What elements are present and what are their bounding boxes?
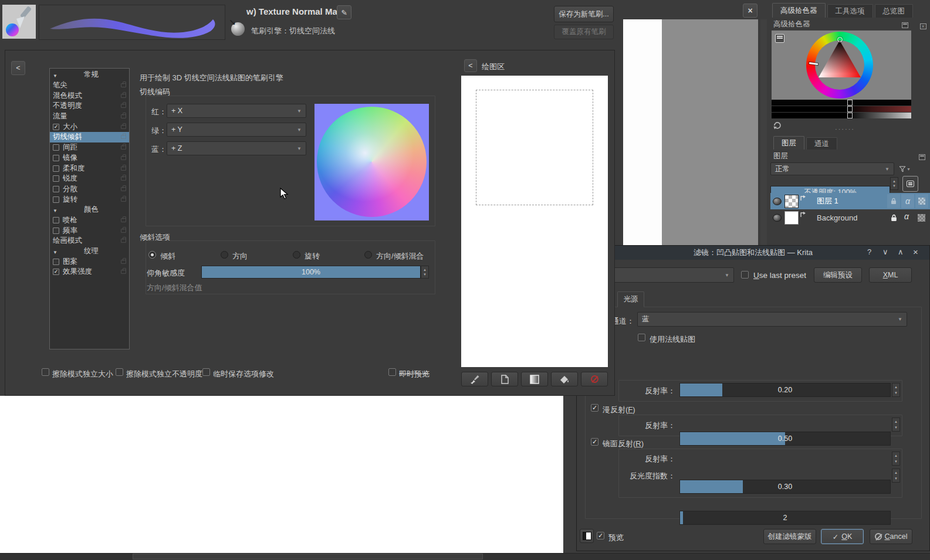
scratchpad-canvas[interactable] <box>461 76 608 367</box>
green-channel-dropdown[interactable]: + Y ▼ <box>167 123 306 137</box>
option-checkbox[interactable] <box>53 165 59 172</box>
scratchpad-fill-gray-button[interactable] <box>491 372 518 386</box>
scratchpad-reset-button[interactable] <box>581 372 608 386</box>
layer-visibility-icon[interactable] <box>773 198 782 205</box>
channel-dropdown[interactable]: 蓝 ▼ <box>637 312 907 327</box>
specular-checkbox[interactable] <box>591 438 598 446</box>
option-pattern[interactable]: 图案 <box>50 256 129 267</box>
color-bar-1[interactable] <box>772 100 911 106</box>
layer-inherit-alpha-icon[interactable] <box>915 194 928 208</box>
selector-settings-icon[interactable] <box>775 34 784 43</box>
red-channel-dropdown[interactable]: + X ▼ <box>167 104 306 118</box>
lock-icon[interactable] <box>121 218 126 222</box>
canvas-strip-white[interactable] <box>623 19 662 245</box>
color-history-refresh-icon[interactable] <box>772 120 782 130</box>
elevation-sensitivity-slider[interactable]: 100% <box>201 266 421 279</box>
options-section-general[interactable]: 常规 <box>50 70 129 80</box>
scratchpad-collapse-button[interactable]: < <box>464 59 477 72</box>
option-checkbox[interactable] <box>53 155 59 161</box>
option-mirror[interactable]: 镜像 <box>50 153 129 164</box>
lock-icon[interactable] <box>121 135 126 139</box>
option-size[interactable]: 大小 <box>50 121 129 132</box>
layer-alpha-lock-icon[interactable]: α <box>901 194 914 208</box>
opacity-spinner[interactable] <box>890 177 898 190</box>
radio-direction-tilt-mix[interactable] <box>364 251 372 259</box>
layer-inherit-alpha-icon[interactable] <box>918 214 925 222</box>
scratchpad-fill-gradient-button[interactable] <box>521 372 548 386</box>
triangle-cursor[interactable] <box>837 37 843 42</box>
bar-marker[interactable] <box>847 100 853 106</box>
color-bar-2[interactable] <box>772 106 911 112</box>
option-blending-mode[interactable]: 混色模式 <box>50 90 129 101</box>
lock-icon[interactable] <box>121 156 126 160</box>
help-icon[interactable]: ? <box>867 247 871 256</box>
tab-light-source[interactable]: 光源 <box>617 291 644 307</box>
lock-icon[interactable] <box>121 229 126 233</box>
tab-tool-options[interactable]: 工具选项 <box>827 4 873 18</box>
specular-reflectivity-slider[interactable]: 0.30 <box>679 480 891 494</box>
xml-button[interactable]: XML <box>869 267 912 283</box>
blend-mode-dropdown[interactable]: 正常 ▼ <box>770 162 894 175</box>
lock-icon[interactable] <box>121 104 126 108</box>
filter-layers-button[interactable]: ▼ <box>897 162 912 175</box>
diffuse-reflectivity-slider[interactable]: 0.50 <box>679 432 891 446</box>
option-tangent-tilt-selected[interactable]: 切线倾斜 <box>50 132 129 142</box>
option-checkbox[interactable] <box>53 217 59 223</box>
option-brush-tip[interactable]: 笔尖 <box>50 80 129 91</box>
bar-marker[interactable] <box>847 113 853 118</box>
save-new-preset-button[interactable]: 保存为新笔刷... <box>554 6 614 22</box>
lock-icon[interactable] <box>121 198 126 202</box>
layer-row-background[interactable]: Background α <box>770 209 930 226</box>
canvas-close-button[interactable]: × <box>743 4 757 18</box>
slider-spinner[interactable] <box>421 266 429 279</box>
blue-channel-dropdown[interactable]: + Z ▼ <box>167 141 306 155</box>
temp-save-checkbox[interactable] <box>202 368 210 376</box>
layer-row-selected[interactable]: 图层 1 α <box>770 193 930 209</box>
cancel-button[interactable]: Cancel <box>870 529 912 544</box>
slider-spinner[interactable] <box>892 418 900 432</box>
lock-icon[interactable] <box>121 187 126 191</box>
option-checkbox[interactable] <box>53 144 59 151</box>
option-checkbox[interactable] <box>53 228 59 234</box>
option-checkbox[interactable] <box>53 196 59 203</box>
option-spacing[interactable]: 间距 <box>50 142 129 153</box>
lock-icon[interactable] <box>121 145 126 150</box>
lock-icon[interactable] <box>121 167 126 171</box>
option-airbrush[interactable]: 喷枪 <box>50 215 129 226</box>
create-filter-mask-button[interactable]: 创建滤镜蒙版 <box>763 529 816 544</box>
option-strength[interactable]: 效果强度 <box>50 267 129 277</box>
color-bar-3[interactable] <box>772 113 911 118</box>
use-last-preset-checkbox[interactable] <box>741 271 749 279</box>
overwrite-preset-button[interactable]: 覆盖原有笔刷 <box>554 25 614 39</box>
docker-float-icon[interactable] <box>919 154 925 160</box>
tab-advanced-color-selector[interactable]: 高级拾色器 <box>772 3 826 18</box>
preview-checkbox[interactable] <box>597 532 604 539</box>
tab-layers[interactable]: 图层 <box>773 136 804 150</box>
lock-icon[interactable] <box>121 114 126 118</box>
lock-icon[interactable] <box>121 94 126 98</box>
layer-properties-button[interactable] <box>902 176 918 192</box>
color-selector-area[interactable] <box>772 30 911 100</box>
lock-icon[interactable] <box>121 239 126 243</box>
option-painting-mode[interactable]: 绘画模式 <box>50 236 129 246</box>
slider-spinner[interactable] <box>892 452 900 466</box>
eraser-opacity-checkbox[interactable] <box>116 368 123 376</box>
scratchpad-paint-button[interactable] <box>461 372 488 386</box>
layer-thumbnail[interactable] <box>784 211 799 225</box>
option-checkbox[interactable] <box>53 124 59 130</box>
main-canvas-white[interactable] <box>0 396 563 553</box>
brush-icon-tile[interactable] <box>2 5 36 39</box>
layer-alpha-lock-icon[interactable]: α <box>904 212 909 221</box>
radio-direction[interactable] <box>221 251 228 259</box>
diffuse-checkbox[interactable] <box>591 404 598 412</box>
option-scatter[interactable]: 分散 <box>50 184 129 195</box>
rename-preset-button[interactable]: ✎ <box>337 5 351 19</box>
close-icon[interactable]: × <box>913 247 918 257</box>
shininess-slider[interactable]: 2 <box>679 511 891 525</box>
slider-spinner[interactable] <box>892 383 900 397</box>
layer-lock-icon[interactable] <box>890 214 898 223</box>
color-slider-bars[interactable] <box>772 100 911 118</box>
option-checkbox[interactable] <box>53 175 59 182</box>
slider-spinner[interactable] <box>892 469 900 483</box>
tab-overview[interactable]: 总览图 <box>875 4 914 18</box>
